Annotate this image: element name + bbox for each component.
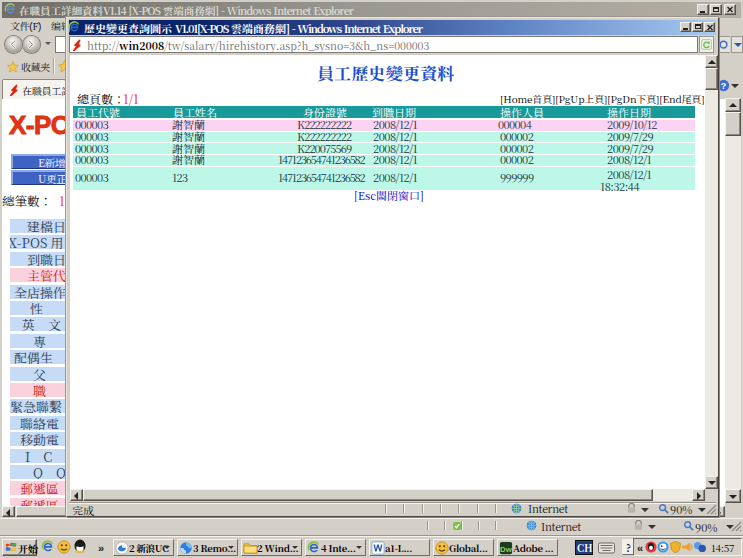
svg-text:Dw: Dw — [500, 545, 513, 554]
svg-text:?: ? — [721, 81, 726, 91]
